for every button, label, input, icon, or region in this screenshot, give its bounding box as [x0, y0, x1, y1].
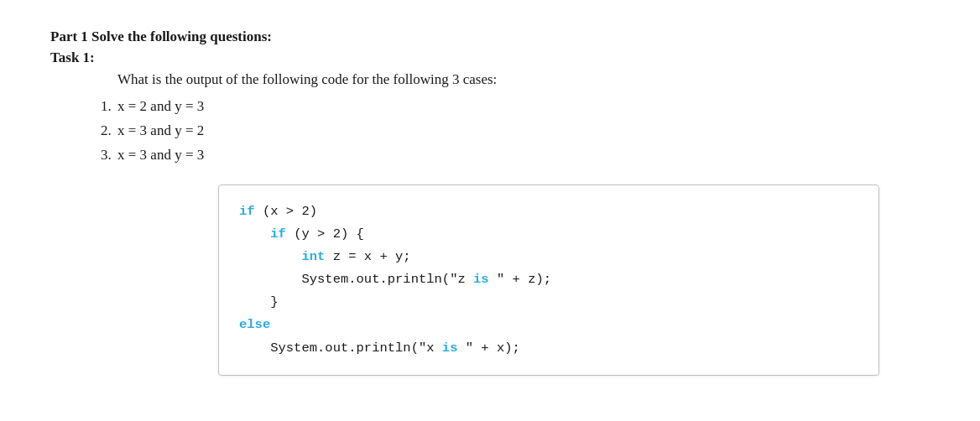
task-header: Task 1:: [50, 49, 930, 66]
task-description: What is the output of the following code…: [117, 71, 930, 88]
cases-list: 1. x = 2 and y = 32. x = 3 and y = 23. x…: [101, 95, 930, 168]
code-line: if (x > 2): [239, 200, 858, 223]
keyword: is: [442, 340, 458, 356]
keyword: if: [270, 226, 286, 242]
keyword: else: [239, 317, 270, 332]
list-item: 3. x = 3 and y = 3: [101, 143, 930, 168]
code-line: System.out.println("z is " + z);: [239, 268, 858, 291]
code-line: if (y > 2) {: [239, 223, 858, 246]
keyword: int: [301, 249, 325, 264]
code-line: System.out.println("x is " + x);: [239, 337, 858, 360]
list-item: 1. x = 2 and y = 3: [101, 95, 930, 119]
code-line: int z = x + y;: [239, 246, 858, 268]
keyword: if: [239, 204, 255, 219]
code-line: }: [239, 291, 858, 314]
keyword: is: [473, 272, 489, 287]
list-item: 2. x = 3 and y = 2: [101, 119, 930, 143]
code-box: if (x > 2) if (y > 2) { int z = x + y; S…: [218, 185, 879, 376]
page-content: Part 1 Solve the following questions: Ta…: [50, 25, 930, 376]
code-line: else: [239, 314, 858, 336]
part-header: Part 1 Solve the following questions:: [50, 25, 930, 48]
